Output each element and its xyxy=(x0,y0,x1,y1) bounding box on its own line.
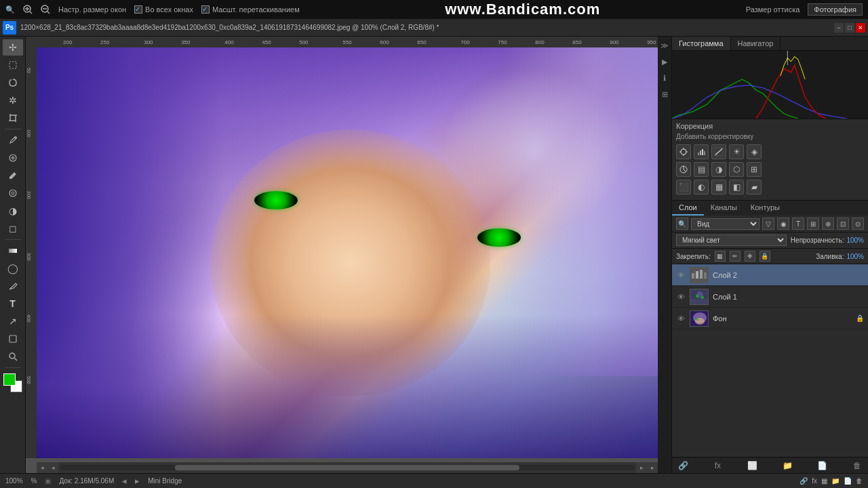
brightness-icon[interactable] xyxy=(676,144,691,159)
channels-tab[interactable]: Каналы xyxy=(704,201,744,216)
bottom-icon-1[interactable]: 🔗 xyxy=(800,477,808,485)
scroll-track[interactable] xyxy=(60,465,635,470)
layer-item-2[interactable]: 👁 Слой 2 xyxy=(672,264,868,286)
magic-wand-btn[interactable]: ✲ xyxy=(3,92,23,108)
pen-btn[interactable] xyxy=(3,278,23,294)
lasso-btn[interactable] xyxy=(3,75,23,91)
layers-tab[interactable]: Слои xyxy=(672,201,704,216)
blend-mode-dropdown[interactable]: Мягкий свет xyxy=(676,235,787,246)
opacity-value[interactable]: 100% xyxy=(846,237,864,244)
layer-options-5[interactable]: ⊡ xyxy=(837,218,849,230)
posterize-icon[interactable]: ▦ xyxy=(711,180,726,195)
bottom-icon-6[interactable]: 🗑 xyxy=(856,477,863,485)
healing-btn[interactable] xyxy=(3,150,23,166)
view-dropdown[interactable]: Вид xyxy=(691,218,760,230)
colorbalance-icon[interactable]: ▤ xyxy=(694,162,709,177)
layer-options-2[interactable]: T xyxy=(792,218,804,230)
shape-btn[interactable] xyxy=(3,331,23,347)
info-btn[interactable]: ℹ xyxy=(658,72,671,84)
path-selection-btn[interactable]: ↗ xyxy=(3,313,23,329)
crop-btn[interactable] xyxy=(3,110,23,126)
rectangular-marquee-btn[interactable] xyxy=(3,57,23,73)
layer-options-toggle[interactable]: ⊙ xyxy=(852,218,864,230)
link-layers-btn[interactable]: 🔗 xyxy=(676,459,690,472)
bottom-icon-2[interactable]: fx xyxy=(812,477,817,485)
paths-tab[interactable]: Контуры xyxy=(744,201,787,216)
canvas-area[interactable]: 200 250 300 350 400 450 500 550 600 650 … xyxy=(26,37,658,473)
layer-list[interactable]: 👁 Слой 2 👁 Слой 1 👁 xyxy=(672,264,868,457)
restore-btn[interactable]: □ xyxy=(845,23,854,33)
bg-visibility[interactable]: 👁 xyxy=(676,314,686,323)
minimize-btn[interactable]: − xyxy=(834,23,844,33)
layer-item-1[interactable]: 👁 Слой 1 xyxy=(672,286,868,308)
add-style-btn[interactable]: fx xyxy=(711,459,724,472)
lock-all-btn[interactable]: 🔒 xyxy=(760,251,770,262)
photofilter-icon[interactable]: ⬡ xyxy=(729,162,744,177)
bottom-icon-3[interactable]: ▦ xyxy=(821,477,827,485)
exposure-icon[interactable]: ☀ xyxy=(729,144,744,159)
layer-options-3[interactable]: ⊞ xyxy=(807,218,819,230)
bottom-icon-5[interactable]: 📄 xyxy=(844,477,852,485)
history-brush-btn[interactable]: ◑ xyxy=(3,203,23,219)
workspace-btn[interactable]: Фотография xyxy=(808,3,863,16)
clone-btn[interactable] xyxy=(3,185,23,201)
all-windows-btn[interactable]: Во всех окнах xyxy=(134,5,193,14)
layer2-visibility[interactable]: 👁 xyxy=(676,270,686,280)
scroll-thumb[interactable] xyxy=(175,465,520,470)
close-btn[interactable]: ✕ xyxy=(856,23,865,33)
gradientmap-icon[interactable]: ▰ xyxy=(747,180,762,195)
lock-paint-btn[interactable]: ✏ xyxy=(730,251,741,262)
gradient-btn[interactable] xyxy=(3,243,23,259)
rescale-btn[interactable]: Масшт. перетаскиванием xyxy=(201,5,300,14)
scroll-history-back[interactable]: ◂ xyxy=(47,462,58,473)
layer1-visibility[interactable]: 👁 xyxy=(676,292,686,302)
color-swatches[interactable] xyxy=(3,373,22,392)
panel-toggle-btn[interactable]: ≫ xyxy=(658,39,671,52)
zoom-in-btn[interactable] xyxy=(23,5,33,14)
hsl-icon[interactable] xyxy=(676,162,691,177)
scroll-left-btn[interactable]: ◂ xyxy=(37,462,47,473)
dodge-btn[interactable]: ◯ xyxy=(3,260,23,277)
navigator-tab[interactable]: Навигатор xyxy=(731,37,781,50)
text-btn[interactable]: T xyxy=(3,296,23,312)
eyedropper-btn[interactable] xyxy=(3,132,23,148)
scroll-history-fwd[interactable]: ▸ xyxy=(636,462,647,473)
image-canvas[interactable] xyxy=(37,47,658,458)
history-back-btn[interactable]: ◂ xyxy=(122,476,127,486)
layer-item-bg[interactable]: 👁 Фон 🔒 xyxy=(672,308,868,329)
bottom-icon-4[interactable]: 📁 xyxy=(831,477,840,485)
layer-options-4[interactable]: ⊕ xyxy=(822,218,834,230)
scroll-right-btn[interactable]: ▸ xyxy=(647,462,658,473)
window-controls: − □ ✕ xyxy=(834,23,865,33)
levels-icon[interactable] xyxy=(694,144,709,159)
lock-position-btn[interactable]: ✙ xyxy=(745,251,755,262)
move-tool-btn[interactable]: ✢ xyxy=(3,39,23,56)
vibrance-icon[interactable]: ◈ xyxy=(747,144,762,159)
play-btn[interactable]: ▶ xyxy=(658,56,671,68)
channelmixer-icon[interactable]: ⊞ xyxy=(747,162,762,177)
add-mask-btn[interactable]: ⬜ xyxy=(746,459,760,472)
histogram-tab[interactable]: Гистограмма xyxy=(672,37,731,50)
fill-value[interactable]: 100% xyxy=(846,253,864,260)
foreground-color-swatch[interactable] xyxy=(3,373,16,386)
new-group-btn[interactable]: 📁 xyxy=(781,459,794,472)
search-layer-icon[interactable]: 🔍 xyxy=(676,218,688,230)
threshold-icon[interactable]: ◧ xyxy=(729,180,744,195)
layout-btn[interactable]: ⊞ xyxy=(658,88,671,100)
history-fwd-btn[interactable]: ▸ xyxy=(135,476,140,486)
layer-options-1[interactable]: ◉ xyxy=(777,218,789,230)
curves-icon[interactable] xyxy=(711,144,726,159)
zoom-out-btn[interactable] xyxy=(41,5,50,14)
blackwhite-icon[interactable]: ◑ xyxy=(711,162,726,177)
colorlookup-icon[interactable]: ⬛ xyxy=(676,180,691,195)
layer-filter-btn[interactable]: ▽ xyxy=(762,218,774,230)
delete-layer-btn[interactable]: 🗑 xyxy=(850,459,864,472)
invert-icon[interactable]: ◐ xyxy=(694,180,709,195)
new-layer-btn[interactable]: 📄 xyxy=(816,459,829,472)
magnifier-tool[interactable]: 🔍 xyxy=(5,5,15,14)
zoom-btn[interactable] xyxy=(3,348,23,365)
brush-btn[interactable] xyxy=(3,167,23,184)
lock-transparent-btn[interactable]: ▦ xyxy=(715,251,726,262)
eraser-btn[interactable]: ◻ xyxy=(3,220,23,237)
horizontal-scrollbar[interactable]: ◂ ◂ ▸ ▸ xyxy=(37,462,658,473)
